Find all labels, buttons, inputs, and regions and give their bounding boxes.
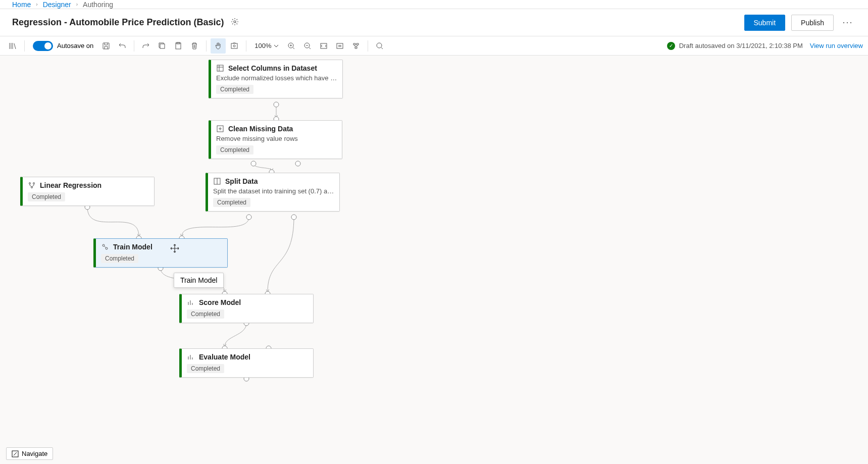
svg-point-6 [233,45,235,47]
node-desc: Split the dataset into training set (0.7… [213,187,334,195]
chevron-right-icon: › [36,2,37,7]
status-badge: Completed [28,192,65,201]
node-title: Evaluate Model [199,353,250,361]
search-icon[interactable] [372,38,387,54]
node-title: Split Data [225,177,258,185]
view-run-overview-link[interactable]: View run overview [810,42,863,49]
clean-icon [216,125,224,133]
svg-point-0 [234,21,236,23]
submit-button[interactable]: Submit [744,15,786,31]
breadcrumb-designer[interactable]: Designer [43,1,71,9]
node-evaluate-model[interactable]: Evaluate Model Completed [179,348,314,378]
breadcrumb-home[interactable]: Home [12,1,31,9]
pan-icon[interactable] [211,38,226,54]
status-badge: Completed [187,310,224,319]
separator [134,40,134,51]
paste-icon[interactable] [171,38,186,54]
svg-point-21 [291,215,296,220]
zoom-value: 100% [254,42,271,49]
node-title: Select Columns in Dataset [228,64,317,72]
save-icon[interactable] [98,38,114,54]
svg-rect-2 [160,44,165,48]
zoom-in-icon[interactable] [284,38,299,54]
node-select-columns[interactable]: Select Columns in Dataset Exclude normal… [209,60,343,98]
autosave-status: ✓ Draft autosaved on 3/11/2021, 2:10:38 … [667,42,863,50]
status-badge: Completed [213,198,250,207]
node-desc: Remove missing value rows [216,135,337,142]
more-icon[interactable]: ··· [840,15,856,31]
status-badge: Completed [216,145,253,154]
delete-icon[interactable] [187,38,202,54]
toolbar: Autosave on 100% [0,36,868,56]
auto-layout-icon[interactable] [348,38,364,54]
screenshot-icon[interactable] [227,38,242,54]
status-text: Draft autosaved on 3/11/2021, 2:10:38 PM [679,42,803,49]
svg-point-35 [103,244,105,246]
svg-point-19 [246,215,251,220]
svg-point-11 [377,43,382,48]
tooltip: Train Model [174,273,224,288]
svg-point-15 [295,161,300,166]
svg-point-12 [274,102,279,107]
node-title: Train Model [113,243,152,251]
undo-icon[interactable] [115,38,130,54]
score-icon [187,298,195,306]
train-icon [101,243,109,251]
autosave-toggle[interactable]: Autosave on [33,41,93,51]
svg-rect-5 [231,43,237,48]
copy-icon[interactable] [155,38,170,54]
chevron-right-icon: › [76,2,78,7]
chevron-down-icon [274,43,279,48]
svg-point-14 [251,161,256,166]
dataset-icon [216,64,224,72]
navigate-button[interactable]: Navigate [6,447,53,460]
breadcrumb-authoring: Authoring [83,1,113,9]
node-title: Score Model [199,298,241,306]
status-badge: Completed [216,85,253,94]
status-badge: Completed [101,254,138,263]
navigate-label: Navigate [22,450,47,457]
zoom-level[interactable]: 100% [254,42,278,49]
algorithm-icon [28,181,36,189]
page-title: Regression - Automobile Price Prediction… [12,17,224,28]
separator [206,40,207,51]
node-desc: Exclude normalized losses which have man… [216,74,337,82]
separator [24,40,25,51]
gear-icon[interactable] [231,18,239,28]
svg-rect-29 [217,65,223,71]
svg-rect-9 [321,43,327,48]
node-clean-missing-data[interactable]: Clean Missing Data Remove missing value … [209,120,342,159]
status-badge: Completed [187,364,224,373]
separator [246,40,246,51]
node-split-data[interactable]: Split Data Split the dataset into traini… [206,173,340,212]
svg-rect-1 [103,43,109,49]
evaluate-icon [187,353,195,361]
node-linear-regression[interactable]: Linear Regression Completed [20,177,155,206]
pipeline-canvas[interactable]: Select Columns in Dataset Exclude normal… [0,56,868,464]
redo-icon[interactable] [138,38,154,54]
check-icon: ✓ [667,42,675,50]
map-icon [12,450,19,457]
svg-point-36 [106,247,108,249]
node-title: Linear Regression [40,181,101,189]
node-score-model[interactable]: Score Model Completed [179,294,314,323]
title-bar: Regression - Automobile Price Prediction… [0,9,868,36]
zoom-out-icon[interactable] [300,38,315,54]
node-train-model[interactable]: Train Model Completed [93,238,228,268]
node-title: Clean Missing Data [228,125,293,133]
autosave-label: Autosave on [57,42,93,49]
actual-size-icon[interactable] [332,38,347,54]
split-icon [213,177,221,185]
separator [368,40,368,51]
breadcrumb: Home › Designer › Authoring [0,0,868,9]
publish-button[interactable]: Publish [791,15,834,31]
library-icon[interactable] [5,38,20,54]
fit-to-screen-icon[interactable] [316,38,331,54]
